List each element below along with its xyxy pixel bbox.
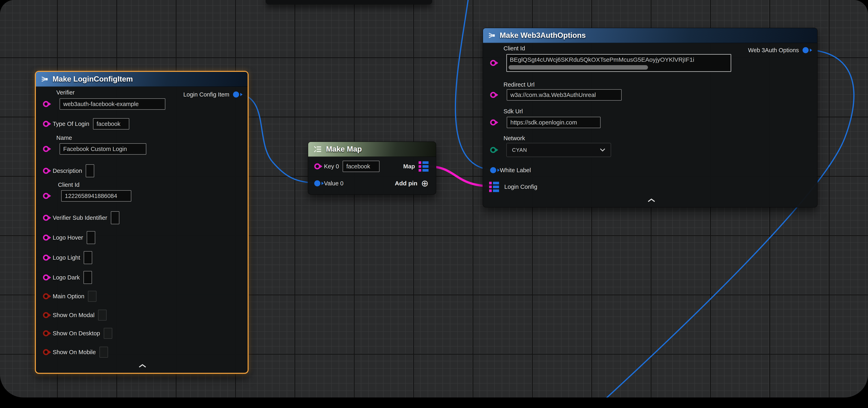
field-label-description: Description	[53, 168, 82, 174]
row-show-on-mobile: Show On Mobile	[43, 346, 108, 359]
value0-label: Value 0	[324, 180, 343, 187]
pin-verifier-sub-identifier[interactable]	[43, 215, 49, 221]
show-on-modal-checkbox[interactable]	[98, 310, 106, 320]
add-pin-label: Add pin	[395, 180, 417, 187]
key0-label: Key 0	[324, 163, 339, 170]
pin-network[interactable]	[490, 147, 496, 153]
row-client-id	[43, 190, 131, 202]
pin-logo-light[interactable]	[43, 254, 49, 261]
field-label-network: Network	[503, 135, 525, 142]
field-label-logo-light: Logo Light	[53, 254, 80, 261]
field-label-type-of-login: Type Of Login	[53, 121, 89, 127]
collapse-node-icon[interactable]	[138, 364, 147, 368]
row-type-of-login: Type Of Login	[43, 117, 129, 130]
add-pin-icon[interactable]: ⊕	[421, 179, 429, 188]
output-pin-label: Login Config Item	[183, 91, 229, 98]
row-verifier-sub-identifier: Verifier Sub Identifier	[43, 211, 119, 224]
row-web3-client-id: BEglQSgt4cUWcj6SKRdu5QkOXTsePmMcusG5EAoy…	[490, 54, 731, 72]
white-label-label: White Label	[500, 167, 531, 174]
verifier-sub-identifier-input[interactable]	[111, 211, 119, 224]
pin-show-on-mobile[interactable]	[43, 349, 49, 355]
row-description: Description	[43, 164, 94, 177]
pin-main-option[interactable]	[43, 293, 49, 299]
wire-loginconfigitem-to-value0[interactable]	[238, 94, 317, 183]
make-struct-icon	[41, 75, 49, 83]
row-verifier	[43, 98, 165, 110]
node-header-make-loginconfigitem[interactable]: Make LoginConfigItem	[36, 72, 248, 87]
pin-redirect-url[interactable]	[490, 92, 496, 98]
pin-white-label[interactable]	[490, 167, 496, 173]
name-input[interactable]	[60, 143, 146, 155]
field-label-verifier: Verifier	[56, 89, 74, 96]
type-of-login-input[interactable]	[93, 118, 129, 130]
row-logo-hover: Logo Hover	[43, 231, 95, 244]
node-header-make-map[interactable]: Make Map	[308, 142, 436, 157]
field-label-main-option: Main Option	[53, 293, 84, 300]
pin-login-config-item-output[interactable]	[233, 92, 239, 98]
row-logo-light: Logo Light	[43, 251, 92, 264]
network-dropdown-value: CYAN	[512, 147, 527, 153]
network-dropdown[interactable]: CYAN	[506, 143, 611, 157]
pin-logo-hover[interactable]	[43, 235, 49, 241]
output-row-login-config-item: Login Config Item	[183, 88, 239, 101]
output-row-web3auth-options: Web 3Auth Options	[748, 44, 809, 57]
map-output-label: Map	[403, 163, 415, 170]
pin-map-output[interactable]	[418, 161, 429, 172]
node-title: Make Web3AuthOptions	[500, 31, 586, 40]
pin-web3-client-id[interactable]	[490, 60, 496, 66]
show-on-desktop-checkbox[interactable]	[104, 328, 112, 339]
node-make-loginconfigitem[interactable]: Make LoginConfigItem Login Config Item V…	[35, 71, 249, 374]
client-id-input[interactable]	[61, 190, 131, 202]
field-label-redirect-url: Redirect Url	[503, 81, 534, 88]
pin-show-on-desktop[interactable]	[43, 330, 49, 336]
pin-type-of-login[interactable]	[43, 121, 49, 127]
field-label-show-on-modal: Show On Modal	[53, 312, 94, 318]
node-header-make-web3authoptions[interactable]: Make Web3AuthOptions	[483, 28, 817, 43]
row-login-config: Login Config	[489, 180, 537, 193]
verifier-input[interactable]	[60, 98, 165, 110]
pin-value0[interactable]	[314, 180, 320, 186]
field-label-sdk-url: Sdk Url	[503, 108, 523, 115]
field-label-logo-hover: Logo Hover	[53, 234, 83, 241]
node-title: Make LoginConfigItem	[53, 75, 133, 83]
pin-client-id[interactable]	[43, 193, 49, 199]
sdk-url-input[interactable]	[507, 117, 600, 128]
logo-dark-input[interactable]	[84, 271, 92, 284]
logo-hover-input[interactable]	[87, 231, 95, 244]
row-logo-dark: Logo Dark	[43, 271, 92, 284]
pin-key0[interactable]	[314, 163, 320, 169]
main-option-checkbox[interactable]	[88, 291, 96, 302]
pin-logo-dark[interactable]	[43, 274, 49, 280]
row-sdk-url	[490, 116, 600, 129]
node-make-map[interactable]: Make Map Key 0 Map Value 0 Add pin ⊕	[308, 141, 436, 195]
make-map-icon	[313, 145, 322, 153]
pin-verifier[interactable]	[43, 101, 49, 107]
pin-sdk-url[interactable]	[490, 120, 496, 126]
partial-node-top[interactable]	[266, 0, 432, 4]
description-input[interactable]	[86, 164, 94, 177]
field-label-verifier-sub-identifier: Verifier Sub Identifier	[53, 214, 107, 221]
collapse-node-icon[interactable]	[647, 198, 656, 203]
pin-web3auth-options-output[interactable]	[803, 47, 809, 53]
logo-light-input[interactable]	[84, 251, 92, 264]
graph-canvas[interactable]: Make LoginConfigItem Login Config Item V…	[0, 0, 868, 398]
field-label-show-on-desktop: Show On Desktop	[53, 330, 100, 337]
client-id-scrollbar[interactable]	[508, 65, 648, 70]
field-label-name: Name	[56, 135, 72, 141]
output-row-map: Map	[403, 160, 429, 173]
key0-input[interactable]	[343, 161, 379, 172]
make-struct-icon	[488, 32, 496, 39]
web3-client-id-input[interactable]: BEglQSgt4cUWcj6SKRdu5QkOXTsePmMcusG5EAoy…	[506, 54, 731, 72]
show-on-mobile-checkbox[interactable]	[99, 347, 108, 358]
redirect-url-input[interactable]	[507, 89, 622, 101]
pin-show-on-modal[interactable]	[43, 312, 49, 318]
web3-client-id-text: BEglQSgt4cUWcj6SKRdu5QkOXTsePmMcusG5EAoy…	[510, 56, 694, 63]
pin-description[interactable]	[43, 168, 49, 174]
pin-login-config[interactable]	[489, 182, 499, 192]
row-main-option: Main Option	[43, 290, 96, 303]
field-label-logo-dark: Logo Dark	[53, 274, 80, 281]
node-make-web3authoptions[interactable]: Make Web3AuthOptions Web 3Auth Options C…	[483, 28, 817, 207]
wire-map-to-loginconfig[interactable]	[430, 166, 490, 186]
blueprint-editor: Make LoginConfigItem Login Config Item V…	[0, 0, 868, 408]
pin-name[interactable]	[43, 146, 49, 152]
